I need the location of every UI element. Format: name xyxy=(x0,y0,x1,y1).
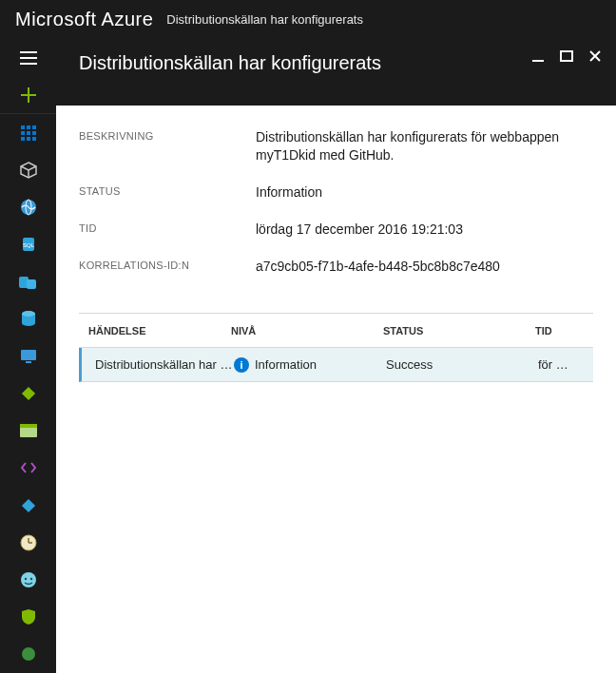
svg-rect-26 xyxy=(21,387,34,400)
blade-header: Distributionskällan har konfigurerats xyxy=(56,39,616,106)
svg-rect-7 xyxy=(32,125,36,129)
value-status: Information xyxy=(256,183,593,202)
svg-point-33 xyxy=(21,572,36,587)
nav-monitor[interactable] xyxy=(0,524,56,561)
events-header-row: HÄNDELSE NIVÅ STATUS TID xyxy=(79,314,593,348)
brand-logo[interactable]: Microsoft Azure xyxy=(15,9,153,30)
value-tid: lördag 17 december 2016 19:21:03 xyxy=(256,221,593,239)
nav-functions[interactable] xyxy=(0,450,56,487)
sql-pool-icon xyxy=(19,273,38,292)
svg-point-35 xyxy=(29,578,31,580)
value-beskrivning: Distributionskällan har konfigurerats fö… xyxy=(256,128,593,164)
svg-rect-29 xyxy=(21,499,34,512)
cell-handelse: Distributionskällan har k… xyxy=(82,357,234,372)
cell-niva: i Information xyxy=(234,357,386,373)
svg-rect-21 xyxy=(27,279,36,289)
svg-text:SQL: SQL xyxy=(22,242,34,248)
detail-section: BESKRIVNING Distributionskällan har konf… xyxy=(56,106,616,294)
svg-rect-11 xyxy=(21,137,25,141)
face-icon xyxy=(19,570,38,589)
nav-virtual-machines[interactable] xyxy=(0,337,56,375)
left-nav-rail: SQL xyxy=(0,39,56,673)
cell-niva-text: Information xyxy=(255,357,317,372)
svg-rect-5 xyxy=(21,125,25,129)
svg-rect-10 xyxy=(32,131,36,135)
col-header-tid[interactable]: TID xyxy=(535,325,593,336)
nav-storage[interactable] xyxy=(0,413,56,450)
nav-app-services[interactable] xyxy=(0,189,56,226)
apps-grid-icon xyxy=(19,124,38,143)
cube-icon xyxy=(19,161,38,180)
brand-text: Microsoft Azure xyxy=(15,9,153,29)
cell-status: Success xyxy=(386,357,538,372)
diamond-green-icon xyxy=(19,384,38,403)
blade: Distributionskällan har konfigurerats BE… xyxy=(56,39,616,673)
close-button[interactable] xyxy=(587,50,603,66)
blade-title: Distributionskällan har konfigurerats xyxy=(79,52,381,74)
events-row[interactable]: Distributionskällan har k… i Information… xyxy=(79,348,593,382)
circle-icon xyxy=(19,644,38,663)
code-icon xyxy=(19,458,38,477)
value-korrelation: a7c9cb05-f71b-4afe-b448-5bc8b8c7e480 xyxy=(256,258,593,276)
label-korrelation: KORRELATIONS-ID:N xyxy=(79,258,256,271)
svg-point-34 xyxy=(24,578,26,580)
vm-icon xyxy=(19,347,38,366)
nav-more[interactable] xyxy=(0,636,56,673)
clock-icon xyxy=(19,533,38,552)
plus-icon xyxy=(19,86,38,105)
nav-advisor[interactable] xyxy=(0,561,56,598)
svg-rect-6 xyxy=(27,125,30,129)
breadcrumb[interactable]: Distributionskällan har konfigurerats xyxy=(166,12,363,27)
nav-sql-servers[interactable] xyxy=(0,263,56,300)
minimize-icon xyxy=(531,49,545,67)
svg-point-23 xyxy=(22,311,35,317)
nav-security-center[interactable] xyxy=(0,599,56,636)
col-header-status[interactable]: STATUS xyxy=(383,325,535,336)
svg-rect-12 xyxy=(27,137,30,141)
svg-rect-25 xyxy=(26,361,31,363)
svg-rect-28 xyxy=(20,424,37,428)
hamburger-icon xyxy=(19,48,38,67)
diamond-blue-icon xyxy=(19,496,38,515)
nav-resource-groups[interactable] xyxy=(0,152,56,189)
sql-icon: SQL xyxy=(19,235,38,254)
topbar: Microsoft Azure Distributionskällan har … xyxy=(0,0,616,39)
maximize-icon xyxy=(560,49,573,67)
label-status: STATUS xyxy=(79,183,256,197)
events-table: HÄNDELSE NIVÅ STATUS TID Distributionskä… xyxy=(79,313,593,382)
svg-rect-8 xyxy=(21,131,25,135)
shield-icon xyxy=(19,607,38,626)
card-icon xyxy=(19,421,38,440)
hamburger-button[interactable] xyxy=(0,39,56,76)
info-icon: i xyxy=(234,357,249,373)
svg-rect-38 xyxy=(561,51,572,61)
nav-all-services[interactable] xyxy=(0,114,56,151)
label-tid: TID xyxy=(79,221,256,234)
svg-point-36 xyxy=(22,647,35,661)
nav-azure-ad[interactable] xyxy=(0,487,56,524)
globe-icon xyxy=(19,198,38,217)
cell-tid: för … xyxy=(538,357,593,372)
svg-rect-24 xyxy=(21,350,36,360)
nav-load-balancers[interactable] xyxy=(0,375,56,413)
close-icon xyxy=(588,49,602,67)
col-header-handelse[interactable]: HÄNDELSE xyxy=(79,325,231,336)
svg-rect-9 xyxy=(27,131,30,135)
maximize-button[interactable] xyxy=(559,50,574,66)
nav-sql-databases[interactable]: SQL xyxy=(0,226,56,263)
col-header-niva[interactable]: NIVÅ xyxy=(231,325,383,336)
svg-rect-13 xyxy=(32,137,36,141)
new-resource-button[interactable] xyxy=(0,76,56,113)
label-beskrivning: BESKRIVNING xyxy=(79,128,256,142)
nav-cosmos-db[interactable] xyxy=(0,300,56,337)
database-icon xyxy=(19,310,38,329)
minimize-button[interactable] xyxy=(530,50,546,66)
